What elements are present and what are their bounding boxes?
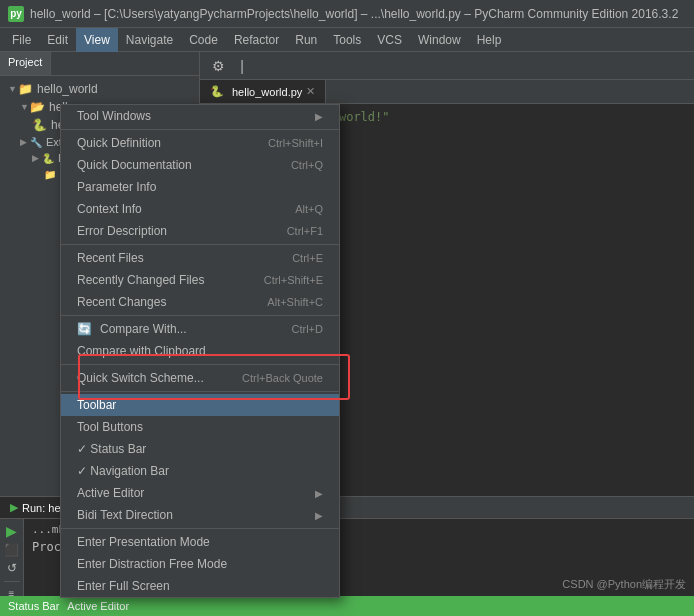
- active-editor-text: Active Editor: [67, 600, 129, 612]
- menu-tool-buttons[interactable]: Tool Buttons: [61, 416, 339, 438]
- menu-distraction-free[interactable]: Enter Distraction Free Mode: [61, 553, 339, 575]
- toolbar-settings[interactable]: ⚙: [208, 56, 228, 76]
- app-icon: py: [8, 6, 24, 22]
- editor-tab-hello-world[interactable]: 🐍 hello_world.py ✕: [200, 80, 326, 103]
- menu-refactor[interactable]: Refactor: [226, 28, 287, 52]
- menu-recent-changes[interactable]: Recent Changes Alt+Shift+C: [61, 291, 339, 313]
- menu-navigation-bar[interactable]: ✓ Navigation Bar: [61, 460, 339, 482]
- sidebar-tabs: Project: [0, 52, 199, 76]
- status-bar: Status Bar Active Editor: [0, 596, 694, 616]
- submenu-arrow-icon: ▶: [315, 111, 323, 122]
- editor-tabs: 🐍 hello_world.py ✕: [200, 80, 694, 104]
- toolbar-split[interactable]: |: [232, 56, 252, 76]
- editor-toolbar: ⚙ |: [200, 52, 694, 80]
- menu-full-screen[interactable]: Enter Full Screen: [61, 575, 339, 597]
- status-bar-text: Status Bar: [8, 600, 59, 612]
- menu-parameter-info[interactable]: Parameter Info: [61, 176, 339, 198]
- menu-code[interactable]: Code: [181, 28, 226, 52]
- menu-window[interactable]: Window: [410, 28, 469, 52]
- watermark: CSDN @Python编程开发: [562, 577, 686, 592]
- run-play-icon: ▶: [10, 501, 18, 514]
- menu-active-editor[interactable]: Active Editor ▶: [61, 482, 339, 504]
- menu-navigate[interactable]: Navigate: [118, 28, 181, 52]
- compare-icon: 🔄: [77, 322, 92, 336]
- menu-status-bar[interactable]: ✓ Status Bar: [61, 438, 339, 460]
- menu-view[interactable]: View: [76, 28, 118, 52]
- menu-quick-definition[interactable]: Quick Definition Ctrl+Shift+I: [61, 132, 339, 154]
- menu-bidi-text[interactable]: Bidi Text Direction ▶: [61, 504, 339, 526]
- menu-edit[interactable]: Edit: [39, 28, 76, 52]
- menu-context-info[interactable]: Context Info Alt+Q: [61, 198, 339, 220]
- menu-quick-documentation[interactable]: Quick Documentation Ctrl+Q: [61, 154, 339, 176]
- menu-recently-changed-files[interactable]: Recently Changed Files Ctrl+Shift+E: [61, 269, 339, 291]
- tab-project[interactable]: Project: [0, 52, 51, 75]
- menu-help[interactable]: Help: [469, 28, 510, 52]
- run-play-button[interactable]: ▶: [6, 523, 17, 539]
- menu-file[interactable]: File: [4, 28, 39, 52]
- menu-vcs[interactable]: VCS: [369, 28, 410, 52]
- menu-presentation-mode[interactable]: Enter Presentation Mode: [61, 531, 339, 553]
- submenu-arrow-active-editor-icon: ▶: [315, 488, 323, 499]
- tab-close-icon[interactable]: ✕: [306, 85, 315, 98]
- title-bar: py hello_world – [C:\Users\yatyangPychar…: [0, 0, 694, 28]
- menu-tools[interactable]: Tools: [325, 28, 369, 52]
- menu-error-description[interactable]: Error Description Ctrl+F1: [61, 220, 339, 242]
- view-dropdown-menu: Tool Windows ▶ Quick Definition Ctrl+Shi…: [60, 104, 340, 598]
- submenu-arrow-bidi-icon: ▶: [315, 510, 323, 521]
- menu-compare-with[interactable]: 🔄 Compare With... Ctrl+D: [61, 318, 339, 340]
- main-area: Project ▼ 📁 hello_world ▼ 📂 hello 🐍 hell…: [0, 52, 694, 616]
- run-stop-button[interactable]: ⬛: [4, 543, 19, 557]
- window-title: hello_world – [C:\Users\yatyangPycharmPr…: [30, 7, 678, 21]
- tree-item-hello_world[interactable]: ▼ 📁 hello_world: [0, 80, 199, 98]
- menu-bar: File Edit View Navigate Code Refactor Ru…: [0, 28, 694, 52]
- separator: [4, 581, 20, 582]
- menu-compare-clipboard[interactable]: Compare with Clipboard: [61, 340, 339, 362]
- menu-recent-files[interactable]: Recent Files Ctrl+E: [61, 247, 339, 269]
- menu-tool-windows[interactable]: Tool Windows ▶: [61, 105, 339, 127]
- menu-toolbar[interactable]: Toolbar: [61, 394, 339, 416]
- menu-run[interactable]: Run: [287, 28, 325, 52]
- menu-quick-switch[interactable]: Quick Switch Scheme... Ctrl+Back Quote: [61, 367, 339, 389]
- run-rerun-button[interactable]: ↺: [7, 561, 17, 575]
